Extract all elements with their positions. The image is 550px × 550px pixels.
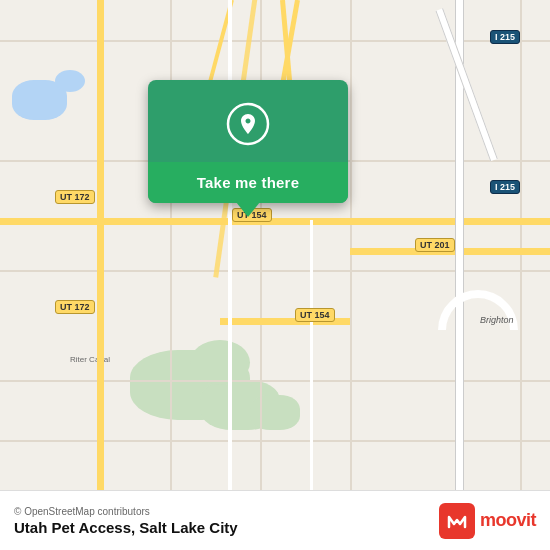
moovit-text: moovit bbox=[480, 510, 536, 531]
copyright-text: © OpenStreetMap contributors bbox=[14, 506, 238, 517]
popup-card: Take me there bbox=[148, 80, 348, 203]
location-name: Utah Pet Access, Salt Lake City bbox=[14, 519, 238, 536]
moovit-logo[interactable]: moovit bbox=[439, 503, 536, 539]
bottom-left: © OpenStreetMap contributors Utah Pet Ac… bbox=[14, 506, 238, 536]
road-label-i215-top: I 215 bbox=[490, 30, 520, 44]
moovit-icon bbox=[439, 503, 475, 539]
brighton-label: Brighton bbox=[480, 315, 514, 325]
bottom-bar: © OpenStreetMap contributors Utah Pet Ac… bbox=[0, 490, 550, 550]
road-label-ut154-low: UT 154 bbox=[295, 308, 335, 322]
road-label-ut172-lower: UT 172 bbox=[55, 300, 95, 314]
map-container: Riter Canal UT 154 UT 172 UT 172 UT 154 … bbox=[0, 0, 550, 490]
road-label-i215-mid: I 215 bbox=[490, 180, 520, 194]
road-label-ut172: UT 172 bbox=[55, 190, 95, 204]
take-me-there-button[interactable]: Take me there bbox=[148, 162, 348, 203]
road-label-ut201: UT 201 bbox=[415, 238, 455, 252]
canal-label: Riter Canal bbox=[70, 355, 110, 364]
location-pin-icon bbox=[226, 102, 270, 146]
popup-icon-area bbox=[148, 80, 348, 162]
